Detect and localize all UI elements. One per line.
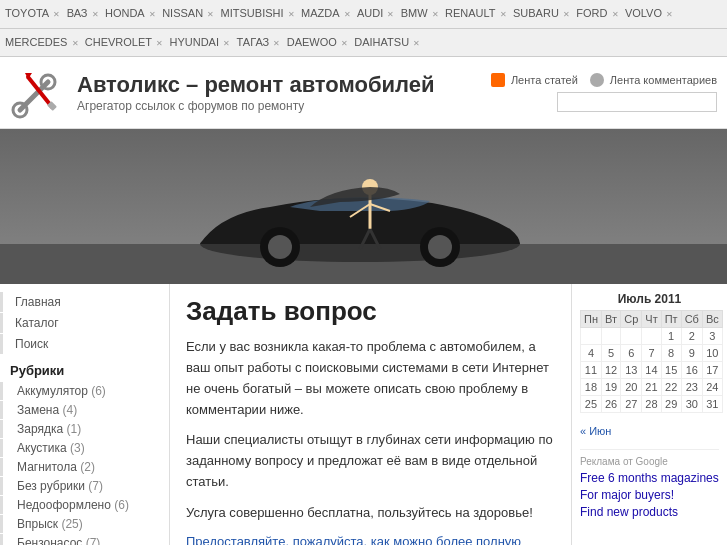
- nav-item-mazda[interactable]: MAZDA: [301, 7, 340, 19]
- calendar-prev[interactable]: « Июн: [580, 425, 611, 437]
- feed-links: Лента статей Лента комментариев: [491, 73, 717, 87]
- sidebar-cat-недооформлено[interactable]: Недооформлено (6): [0, 496, 169, 514]
- nav-item-volvo[interactable]: VOLVO: [625, 7, 662, 19]
- nav-arrow-icon: ✕: [430, 10, 441, 19]
- ad-link[interactable]: Free 6 months magazines: [580, 471, 719, 485]
- search-input[interactable]: [557, 92, 717, 112]
- calendar-nav: « Июн: [580, 423, 719, 439]
- ad-link[interactable]: Find new products: [580, 505, 719, 519]
- nav-item-тагаз[interactable]: ТАГАЗ: [236, 36, 269, 48]
- cal-day[interactable]: 20: [621, 379, 642, 396]
- nav-item-nissan[interactable]: NISSAN: [162, 7, 203, 19]
- cal-day[interactable]: 17: [702, 362, 722, 379]
- cal-day-header: Пт: [661, 311, 681, 328]
- nav-item-daihatsu[interactable]: DAIHATSU: [354, 36, 409, 48]
- right-sidebar: Июль 2011 ПнВтСрЧтПтСбВс 123456789101112…: [572, 284, 727, 545]
- nav-arrow-icon: ✕: [339, 39, 350, 48]
- cal-day[interactable]: 13: [621, 362, 642, 379]
- sidebar-cat-зарядка[interactable]: Зарядка (1): [0, 420, 169, 438]
- feed-comments-link[interactable]: Лента комментариев: [590, 73, 717, 87]
- nav-arrow-icon: ✕: [90, 10, 101, 19]
- nav-item-bmw[interactable]: BMW: [401, 7, 428, 19]
- main-content: Задать вопрос Если у вас возникла какая-…: [170, 284, 572, 545]
- svg-point-10: [268, 235, 292, 259]
- cal-day[interactable]: 26: [601, 396, 620, 413]
- sidebar-nav-каталог[interactable]: Каталог: [0, 313, 169, 333]
- top-nav-row1: TOYOTA ✕ ВАЗ ✕ HONDA ✕ NISSAN ✕ MITSUBIS…: [0, 0, 727, 29]
- cal-day[interactable]: 27: [621, 396, 642, 413]
- cal-day[interactable]: 16: [681, 362, 702, 379]
- cal-day[interactable]: 10: [702, 345, 722, 362]
- sidebar-cat-впрыск[interactable]: Впрыск (25): [0, 515, 169, 533]
- nav-arrow-icon: ✕: [411, 39, 420, 48]
- cat-count: (25): [61, 517, 82, 531]
- nav-arrow-icon: ✕: [561, 10, 572, 19]
- sidebar-cat-безрубрики[interactable]: Без рубрики (7): [0, 477, 169, 495]
- cal-day: [642, 328, 661, 345]
- cal-day[interactable]: 11: [581, 362, 602, 379]
- cal-day[interactable]: 23: [681, 379, 702, 396]
- cal-day[interactable]: 8: [661, 345, 681, 362]
- site-header: Автоликс – ремонт автомобилей Агрегатор …: [0, 57, 727, 129]
- cal-day[interactable]: 14: [642, 362, 661, 379]
- nav-item-toyota[interactable]: TOYOTA: [5, 7, 49, 19]
- nav-item-ваз[interactable]: ВАЗ: [67, 7, 88, 19]
- cal-day[interactable]: 19: [601, 379, 620, 396]
- nav-item-renault[interactable]: RENAULT: [445, 7, 496, 19]
- cat-count: (3): [70, 441, 85, 455]
- nav-item-chevrolet[interactable]: CHEVROLET: [85, 36, 152, 48]
- sidebar-cat-бензонасос[interactable]: Бензонасос (7): [0, 534, 169, 545]
- sidebar-cat-магнитола[interactable]: Магнитола (2): [0, 458, 169, 476]
- cal-day[interactable]: 3: [702, 328, 722, 345]
- cal-day[interactable]: 7: [642, 345, 661, 362]
- nav-item-mercedes[interactable]: MERCEDES: [5, 36, 67, 48]
- cal-day[interactable]: 15: [661, 362, 681, 379]
- cal-day[interactable]: 9: [681, 345, 702, 362]
- nav-item-mitsubishi[interactable]: MITSUBISHI: [221, 7, 284, 19]
- cal-day[interactable]: 2: [681, 328, 702, 345]
- feed-articles-link[interactable]: Лента статей: [491, 73, 578, 87]
- cal-day[interactable]: 12: [601, 362, 620, 379]
- header-right: Лента статей Лента комментариев: [491, 73, 717, 112]
- cal-day[interactable]: 28: [642, 396, 661, 413]
- sidebar-cat-акустика[interactable]: Акустика (3): [0, 439, 169, 457]
- cal-day[interactable]: 6: [621, 345, 642, 362]
- cal-day[interactable]: 25: [581, 396, 602, 413]
- info-link[interactable]: Предоставляйте, пожалуйста, как можно бо…: [186, 534, 537, 545]
- sidebar-cat-аккумулятор[interactable]: Аккумулятор (6): [0, 382, 169, 400]
- sidebar-nav-поиск[interactable]: Поиск: [0, 334, 169, 354]
- content-paragraph3: Услуга совершенно бесплатна, пользуйтесь…: [186, 503, 555, 524]
- nav-item-ford[interactable]: FORD: [576, 7, 607, 19]
- content-paragraph1: Если у вас возникла какая-то проблема с …: [186, 337, 555, 420]
- cat-count: (2): [80, 460, 95, 474]
- nav-arrow-icon: ✕: [205, 10, 216, 19]
- cal-day[interactable]: 31: [702, 396, 722, 413]
- google-ads: Реклама от Google Free 6 months magazine…: [580, 449, 719, 519]
- cat-count: (6): [114, 498, 129, 512]
- hero-image: [0, 129, 727, 284]
- nav-arrow-icon: ✕: [498, 10, 509, 19]
- cal-day[interactable]: 4: [581, 345, 602, 362]
- cal-day[interactable]: 5: [601, 345, 620, 362]
- sidebar-cat-замена[interactable]: Замена (4): [0, 401, 169, 419]
- cal-day-header: Ср: [621, 311, 642, 328]
- nav-item-hyundai[interactable]: HYUNDAI: [170, 36, 220, 48]
- nav-arrow-icon: ✕: [147, 10, 158, 19]
- sidebar-categories: Аккумулятор (6)Замена (4)Зарядка (1)Акус…: [0, 382, 169, 545]
- cal-day[interactable]: 21: [642, 379, 661, 396]
- page-title: Задать вопрос: [186, 296, 555, 327]
- cal-day[interactable]: 24: [702, 379, 722, 396]
- cal-day[interactable]: 18: [581, 379, 602, 396]
- sidebar-nav-главная[interactable]: Главная: [0, 292, 169, 312]
- cal-day[interactable]: 1: [661, 328, 681, 345]
- nav-item-daewoo[interactable]: DAEWOO: [287, 36, 337, 48]
- nav-item-subaru[interactable]: SUBARU: [513, 7, 559, 19]
- ad-link[interactable]: For major buyers!: [580, 488, 719, 502]
- cal-day[interactable]: 29: [661, 396, 681, 413]
- nav-item-audi[interactable]: AUDI: [357, 7, 383, 19]
- cal-day[interactable]: 30: [681, 396, 702, 413]
- feed-comments-label: Лента комментариев: [610, 74, 717, 86]
- rss-icon: [491, 73, 505, 87]
- cal-day[interactable]: 22: [661, 379, 681, 396]
- nav-item-honda[interactable]: HONDA: [105, 7, 145, 19]
